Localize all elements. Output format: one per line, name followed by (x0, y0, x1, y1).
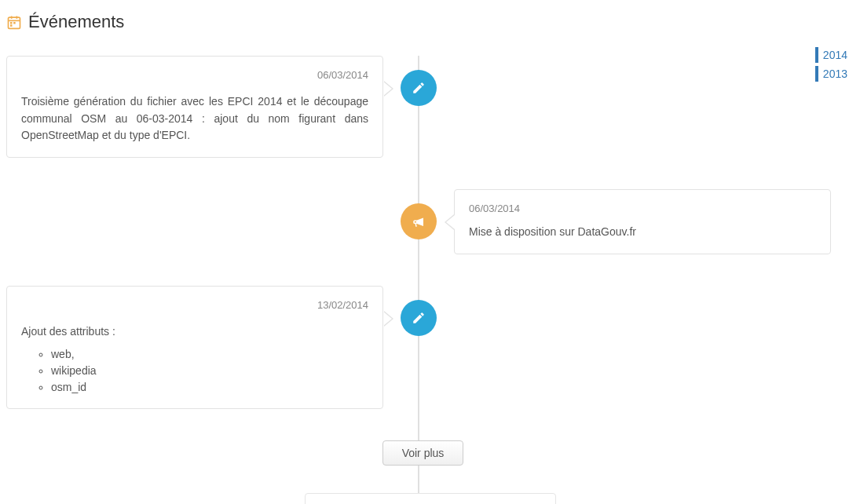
pencil-icon (401, 300, 437, 336)
event-content: Mise à disposition sur DataGouv.fr (469, 224, 816, 241)
event-card: 06/03/2014 Mise à disposition sur DataGo… (454, 189, 831, 254)
voir-plus-container: Voir plus (6, 440, 854, 466)
timeline-event: 06/03/2014 Troisième génération du fichi… (6, 56, 854, 158)
event-card: 06/03/2014 Troisième génération du fichi… (6, 56, 383, 158)
card-arrow (384, 81, 393, 97)
timeline-event: 06/03/2014 Mise à disposition sur DataGo… (6, 189, 854, 254)
voir-plus-button[interactable]: Voir plus (382, 440, 464, 466)
event-content: Troisième génération du fichier avec les… (21, 93, 368, 144)
event-date: 13/02/2014 (21, 299, 368, 311)
megaphone-icon (401, 203, 437, 239)
svg-rect-6 (10, 24, 13, 27)
event-intro: Ajout des attributs : (21, 323, 368, 341)
event-date: 06/03/2014 (469, 203, 816, 214)
event-date: 06/03/2014 (21, 69, 368, 81)
timeline: 06/03/2014 Troisième génération du fichi… (6, 56, 854, 504)
svg-rect-5 (13, 22, 16, 24)
timeline-event: 13/02/2014 Ajout des attributs : web, wi… (6, 286, 854, 410)
event-items: web, wikipedia osm_id (51, 346, 368, 396)
pencil-icon (401, 70, 437, 106)
event-card: 13/02/2014 Ajout des attributs : web, wi… (6, 286, 383, 410)
list-item: web, (51, 346, 368, 363)
calendar-icon (6, 14, 22, 30)
card-arrow (384, 311, 393, 327)
page-header: Événements (6, 12, 854, 32)
creation-event: 20/12/2013 Création de la donnée (305, 493, 556, 504)
svg-rect-4 (10, 22, 13, 24)
page-title: Événements (28, 12, 124, 32)
list-item: osm_id (51, 379, 368, 396)
card-arrow (445, 214, 454, 230)
list-item: wikipedia (51, 363, 368, 379)
